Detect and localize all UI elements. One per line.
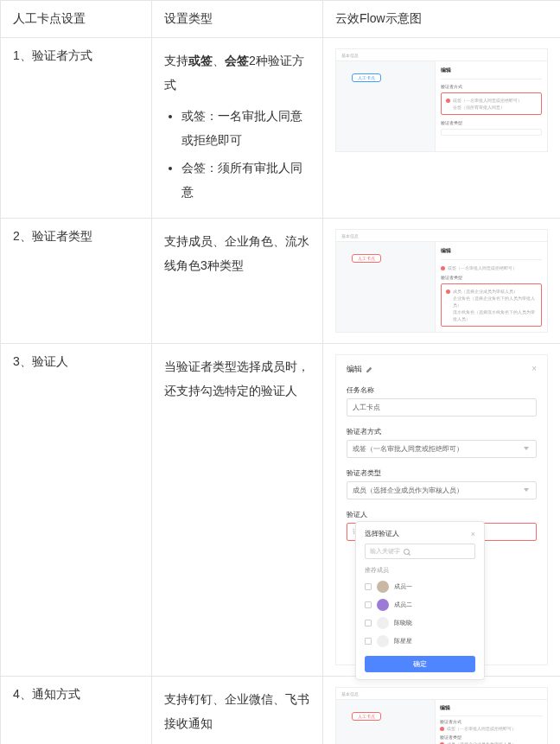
row1-diagram-nav: 基本信息 bbox=[341, 53, 359, 58]
row3-member-4: 陈星星 bbox=[394, 637, 412, 645]
row2-panel-section: 验证者类型 bbox=[441, 275, 542, 280]
table-header-row: 人工卡点设置 设置类型 云效Flow示意图 bbox=[1, 1, 561, 38]
row1-opt1: 或签（一名审批人同意或拒绝即可） bbox=[453, 98, 522, 103]
row3-f4-label: 验证人 bbox=[347, 510, 537, 519]
row1-opt2: 会签（须所有审批人同意） bbox=[446, 104, 537, 111]
row3-form-title: 编辑 bbox=[347, 364, 362, 375]
row1-bullet-2: 会签：须所有审批人同意 bbox=[181, 156, 310, 204]
search-icon bbox=[404, 549, 410, 555]
row1-diagram-left: 人工卡点 bbox=[336, 61, 436, 151]
row3-popup-search[interactable]: 输入关键字 bbox=[365, 544, 475, 559]
row1-bold1: 或签 bbox=[188, 54, 213, 67]
row4-diagram-left: 人工卡点 bbox=[336, 700, 436, 744]
row4-diagram-topbar: 基本信息 bbox=[336, 688, 547, 700]
row3-f1-label: 任务名称 bbox=[347, 385, 537, 395]
row4-diagram-nav: 基本信息 bbox=[341, 691, 359, 696]
row2-opt3: 流水线角色（选择流水线角色下的人员为审批人员） bbox=[446, 308, 537, 322]
row3-f3-label: 验证者类型 bbox=[347, 468, 537, 478]
row4-section-a: 验证者方式 bbox=[440, 719, 543, 724]
row3-popup-confirm[interactable]: 确定 bbox=[365, 656, 475, 672]
checkbox[interactable] bbox=[365, 620, 372, 626]
row3-member-3: 陈晓晓 bbox=[394, 619, 412, 627]
row2-title: 2、验证者类型 bbox=[1, 219, 152, 344]
row4-diagram-pill: 人工卡点 bbox=[352, 712, 381, 721]
row3-f2-label: 验证者方式 bbox=[347, 427, 537, 436]
row4-title: 4、通知方式 bbox=[1, 677, 152, 745]
checkbox[interactable] bbox=[365, 583, 372, 590]
row3-member-row[interactable]: 成员二 bbox=[365, 599, 475, 611]
row2-diagram-panel: 编辑 或签（一名审批人同意或拒绝即可） 验证者类型 成员（选择企业成员为审核人员… bbox=[435, 242, 547, 332]
row3-diagram: 编辑 × 任务名称 人工卡点 验证者方式 或签（一名审批人同意或拒绝即可） 验证… bbox=[335, 354, 548, 665]
row2-diagram-left: 人工卡点 bbox=[336, 242, 436, 332]
row3-desc: 当验证者类型选择成员时，还支持勾选特定的验证人 bbox=[152, 344, 323, 677]
row2-diagram-cell: 基本信息 人工卡点 编辑 或签（一名审批人同意或拒绝即可） 验证者类型 成员（选… bbox=[323, 219, 561, 344]
row2-diagram-pill: 人工卡点 bbox=[352, 254, 381, 263]
row1-diagram-topbar: 基本信息 bbox=[336, 49, 547, 61]
avatar bbox=[377, 581, 389, 593]
row2-opt1: 成员（选择企业成员为审核人员） bbox=[453, 289, 518, 294]
header-col3: 云效Flow示意图 bbox=[323, 1, 561, 38]
header-col2: 设置类型 bbox=[152, 1, 323, 38]
row3-popup-title-row: 选择验证人 × bbox=[365, 529, 475, 538]
row2-desc: 支持成员、企业角色、流水线角色3种类型 bbox=[152, 219, 323, 344]
row4-diagram-cell: 基本信息 人工卡点 编辑 验证者方式 或签（一名审批人同意或拒绝即可） 验证者类… bbox=[323, 677, 561, 745]
close-icon[interactable]: × bbox=[531, 364, 537, 373]
avatar bbox=[377, 599, 389, 611]
row1-panel-section2: 验证者类型 bbox=[441, 120, 542, 125]
table-row: 4、通知方式 支持钉钉、企业微信、飞书接收通知 基本信息 人工卡点 编辑 验证者… bbox=[1, 677, 561, 745]
row2-panel-title: 编辑 bbox=[441, 247, 542, 255]
row2-diagram: 基本信息 人工卡点 编辑 或签（一名审批人同意或拒绝即可） 验证者类型 成员（选… bbox=[335, 229, 548, 333]
row4-diagram: 基本信息 人工卡点 编辑 验证者方式 或签（一名审批人同意或拒绝即可） 验证者类… bbox=[335, 687, 548, 744]
row3-popup-section: 推荐成员 bbox=[365, 566, 475, 575]
popup-close-icon[interactable]: × bbox=[471, 530, 475, 538]
row4-diagram-panel: 编辑 验证者方式 或签（一名审批人同意或拒绝即可） 验证者类型 成员（选择企业成… bbox=[435, 700, 547, 744]
row1-desc: 支持或签、会签2种验证方式 或签：一名审批人同意或拒绝即可 会签：须所有审批人同… bbox=[152, 38, 323, 219]
row3-diagram-cell: 编辑 × 任务名称 人工卡点 验证者方式 或签（一名审批人同意或拒绝即可） 验证… bbox=[323, 344, 561, 677]
row1-diagram: 基本信息 人工卡点 编辑 验证者方式 或签（一名审批人同意或拒绝即可） 会签（须… bbox=[335, 48, 548, 152]
row2-opt-above: 或签（一名审批人同意或拒绝即可） bbox=[448, 265, 517, 270]
row1-panel-title: 编辑 bbox=[441, 67, 542, 74]
table-row: 3、验证人 当验证者类型选择成员时，还支持勾选特定的验证人 编辑 × 任务名称 … bbox=[1, 344, 561, 677]
row1-diagram-pill: 人工卡点 bbox=[352, 73, 381, 82]
row2-opt2: 企业角色（选择企业角色下的人员为审批人员） bbox=[446, 295, 537, 308]
row3-member-2: 成员二 bbox=[394, 601, 412, 609]
row1-panel-redbox: 或签（一名审批人同意或拒绝即可） 会签（须所有审批人同意） bbox=[441, 92, 542, 115]
row1-diagram-panel: 编辑 验证者方式 或签（一名审批人同意或拒绝即可） 会签（须所有审批人同意） 验… bbox=[435, 61, 547, 151]
row3-member-row[interactable]: 陈星星 bbox=[365, 635, 475, 647]
avatar bbox=[377, 635, 389, 647]
table-row: 2、验证者类型 支持成员、企业角色、流水线角色3种类型 基本信息 人工卡点 编辑… bbox=[1, 219, 561, 344]
row2-panel-redbox: 成员（选择企业成员为审核人员） 企业角色（选择企业角色下的人员为审批人员） 流水… bbox=[441, 283, 542, 327]
row4-panel-title: 编辑 bbox=[440, 704, 543, 712]
row3-popup: 选择验证人 × 输入关键字 推荐成员 成员一 成员二 陈晓晓 陈星星 bbox=[355, 521, 485, 680]
row3-member-1: 成员一 bbox=[394, 582, 412, 591]
edit-icon bbox=[366, 366, 373, 373]
row4-section-b: 验证者类型 bbox=[440, 734, 543, 740]
row1-bullets: 或签：一名审批人同意或拒绝即可 会签：须所有审批人同意 bbox=[164, 104, 310, 204]
row1-bold2: 会签 bbox=[225, 54, 249, 67]
row2-diagram-topbar: 基本信息 bbox=[336, 230, 547, 242]
checkbox[interactable] bbox=[365, 601, 372, 608]
row3-f3-value[interactable]: 成员（选择企业成员作为审核人员） bbox=[347, 481, 537, 499]
header-col1: 人工卡点设置 bbox=[1, 1, 152, 38]
row1-panel-section: 验证者方式 bbox=[441, 84, 542, 89]
row3-popup-title: 选择验证人 bbox=[365, 529, 399, 538]
row3-member-row[interactable]: 陈晓晓 bbox=[365, 617, 475, 629]
row3-form-title-row: 编辑 bbox=[347, 364, 537, 375]
row3-popup-search-placeholder: 输入关键字 bbox=[370, 547, 400, 556]
table-row: 1、验证者方式 支持或签、会签2种验证方式 或签：一名审批人同意或拒绝即可 会签… bbox=[1, 38, 561, 219]
row3-f1-value[interactable]: 人工卡点 bbox=[347, 398, 537, 417]
checkbox[interactable] bbox=[365, 638, 372, 645]
row1-diagram-cell: 基本信息 人工卡点 编辑 验证者方式 或签（一名审批人同意或拒绝即可） 会签（须… bbox=[323, 38, 561, 219]
row4-opt-a: 或签（一名审批人同意或拒绝即可） bbox=[447, 726, 516, 731]
row3-title: 3、验证人 bbox=[1, 344, 152, 677]
row3-form: 编辑 × 任务名称 人工卡点 验证者方式 或签（一名审批人同意或拒绝即可） 验证… bbox=[336, 355, 547, 665]
row3-f2-value[interactable]: 或签（一名审批人同意或拒绝即可） bbox=[347, 440, 537, 458]
row2-diagram-nav: 基本信息 bbox=[341, 233, 359, 238]
avatar bbox=[377, 617, 389, 629]
row1-desc-intro: 支持 bbox=[164, 54, 188, 67]
row1-sep: 、 bbox=[213, 54, 225, 67]
row1-bullet-1: 或签：一名审批人同意或拒绝即可 bbox=[181, 104, 310, 152]
row1-title: 1、验证者方式 bbox=[1, 38, 152, 219]
row3-member-row[interactable]: 成员一 bbox=[365, 581, 475, 593]
settings-table: 人工卡点设置 设置类型 云效Flow示意图 1、验证者方式 支持或签、会签2种验… bbox=[0, 0, 560, 744]
